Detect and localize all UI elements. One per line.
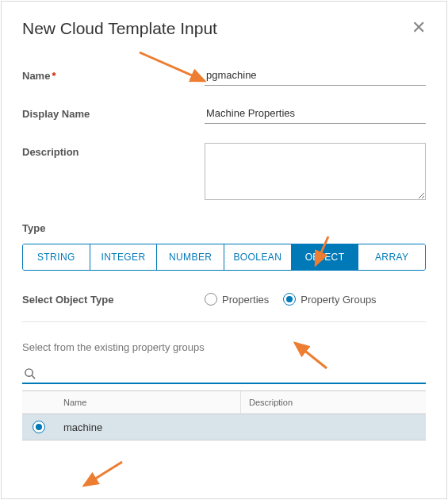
svg-line-1 <box>32 375 35 379</box>
radio-property-groups-icon <box>283 293 296 306</box>
row-name-cell: machine <box>56 421 241 433</box>
type-object-button[interactable]: OBJECT <box>292 244 359 270</box>
type-label: Type <box>22 222 426 234</box>
table-header: Name Description <box>22 391 426 414</box>
radio-properties-icon <box>205 293 217 306</box>
row-description: Description <box>22 143 426 203</box>
col-description: Description <box>241 391 426 413</box>
display-name-label: Display Name <box>22 105 205 120</box>
type-integer-button[interactable]: INTEGER <box>90 244 158 270</box>
search-icon <box>24 367 36 379</box>
type-number-button[interactable]: NUMBER <box>157 244 224 270</box>
name-field-wrap <box>205 67 426 86</box>
dialog: New Cloud Template Input ✕ Name* Display… <box>1 1 447 499</box>
col-select <box>22 391 56 413</box>
object-type-options: Properties Property Groups <box>205 293 426 306</box>
search-row <box>22 367 426 384</box>
close-icon[interactable]: ✕ <box>412 19 426 37</box>
row-display-name: Display Name <box>22 105 426 124</box>
dialog-title: New Cloud Template Input <box>22 19 217 38</box>
property-groups-section-title: Select from the existing property groups <box>22 341 426 353</box>
radio-properties-label: Properties <box>222 294 269 306</box>
dialog-header: New Cloud Template Input ✕ <box>22 19 426 38</box>
table-row[interactable]: machine <box>22 414 426 440</box>
display-name-field-wrap <box>205 105 426 124</box>
required-asterisk: * <box>52 70 56 82</box>
name-input[interactable] <box>205 67 426 86</box>
radio-properties[interactable]: Properties <box>205 293 269 306</box>
annotation-arrow-icon <box>78 457 133 492</box>
description-field-wrap <box>205 143 426 203</box>
name-label-text: Name <box>22 70 50 82</box>
description-label: Description <box>22 143 205 158</box>
row-radio-icon[interactable] <box>33 421 45 433</box>
property-groups-table: Name Description machine <box>22 390 426 440</box>
svg-point-0 <box>25 369 33 376</box>
display-name-input[interactable] <box>205 105 426 124</box>
type-string-button[interactable]: STRING <box>23 244 90 270</box>
type-button-group: STRING INTEGER NUMBER BOOLEAN OBJECT ARR… <box>22 244 426 271</box>
svg-line-5 <box>84 462 122 486</box>
row-name: Name* <box>22 67 426 86</box>
type-boolean-button[interactable]: BOOLEAN <box>224 244 292 270</box>
row-select-cell <box>22 421 56 433</box>
name-label: Name* <box>22 67 205 82</box>
select-object-type-label: Select Object Type <box>22 294 205 306</box>
type-array-button[interactable]: ARRAY <box>358 244 425 270</box>
radio-property-groups-label: Property Groups <box>301 294 376 306</box>
search-input[interactable] <box>40 367 426 379</box>
row-select-object-type: Select Object Type Properties Property G… <box>22 293 426 306</box>
radio-property-groups[interactable]: Property Groups <box>283 293 376 306</box>
divider <box>22 321 426 322</box>
col-name: Name <box>56 391 241 413</box>
description-textarea[interactable] <box>205 143 426 200</box>
